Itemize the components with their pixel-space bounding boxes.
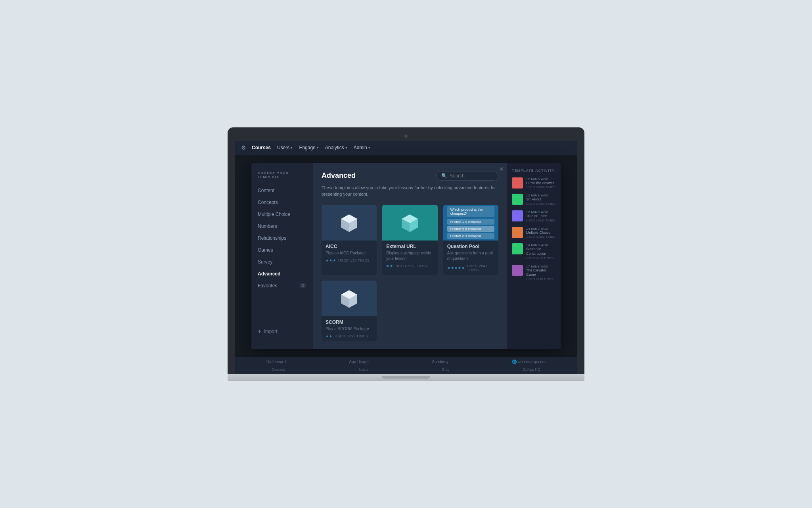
activity-time-1: 12 MINS AGO (526, 177, 556, 181)
screen: ⚙ Courses Users ▾ Engage ▾ Analytics ▾ (235, 141, 577, 374)
template-title: Advanced (322, 171, 356, 180)
uses-scorm: USED 3251 TIMES (335, 334, 368, 338)
activity-time-6: 17 MINS AGO (526, 265, 556, 268)
card-body-scorm: SCORM Play a SCORM Package ★★ USED 3251 … (322, 316, 377, 341)
activity-uses-5: USED 4713 TIMES (526, 256, 556, 260)
template-card-external-url[interactable]: External URL Display a webpage within yo… (382, 205, 437, 275)
card-thumb-external-url (382, 205, 437, 241)
nav-analytics[interactable]: Analytics ▾ (325, 145, 347, 150)
uses-question-pool: USED 2847 TIMES (467, 264, 494, 272)
activity-item-4: 14 MINS AGO Multiple Choice USED 32381 T… (512, 227, 556, 239)
sidebar-item-games[interactable]: Games (251, 244, 313, 256)
activity-time-3: 12 MINS AGO (526, 210, 556, 214)
template-card-question-pool[interactable]: Which product is the cheapest? Product 1… (443, 205, 498, 275)
bottom-academy: Academy (432, 360, 448, 364)
activity-uses-1: USED 21868 TIMES (526, 185, 556, 189)
card-desc-question-pool: Ask questions from a pool of questions (447, 250, 494, 262)
sidebar-item-numbers[interactable]: Numbers (251, 220, 313, 232)
sidebar-item-multiple-choice[interactable]: Multiple Choice (251, 208, 313, 220)
template-grid: AICC Play an AICC Package ★★★ USED 130 T… (322, 205, 498, 341)
nav-users[interactable]: Users ▾ (277, 145, 293, 150)
stars-question-pool: ★★★★★ (447, 266, 465, 270)
main-area: CHOOSE YOUR TEMPLATE Content Concepts Mu… (235, 155, 577, 374)
activity-thumb-2 (512, 194, 523, 205)
chevron-icon: ▾ (317, 146, 319, 150)
card-body-external-url: External URL Display a webpage within yo… (382, 241, 437, 271)
dialog-overlay: CHOOSE YOUR TEMPLATE Content Concepts Mu… (235, 155, 577, 357)
activity-uses-2: USED 27950 TIMES (526, 202, 556, 206)
nav-engage[interactable]: Engage ▾ (299, 145, 318, 150)
card-thumb-aicc (322, 205, 377, 241)
stars-scorm: ★★ (326, 334, 332, 338)
card-desc-scorm: Play a SCORM Package (326, 326, 373, 332)
activity-name-3: True or False (526, 214, 556, 219)
card-thumb-question-pool: Which product is the cheapest? Product 1… (443, 205, 498, 241)
card-desc-aicc: Play an AICC Package (326, 250, 373, 256)
template-card-scorm[interactable]: SCORM Play a SCORM Package ★★ USED 3251 … (322, 281, 377, 341)
close-button[interactable]: ✕ (499, 166, 504, 172)
bottom-blog: Blog (442, 368, 449, 371)
nav-courses[interactable]: Courses (252, 145, 271, 150)
card-desc-external-url: Display a webpage within your lesson (386, 250, 433, 262)
bottom-app-usage: App Usage (349, 360, 368, 364)
favorites-count: 0 (299, 283, 306, 288)
card-name-external-url: External URL (386, 244, 433, 249)
template-sidebar: CHOOSE YOUR TEMPLATE Content Concepts Mu… (251, 163, 313, 349)
card-name-scorm: SCORM (326, 319, 373, 325)
stars-aicc: ★★★ (326, 258, 336, 262)
import-button[interactable]: + Import (251, 321, 313, 341)
activity-thumb-6 (512, 265, 523, 276)
activity-item-5: 14 MINS AGO Sentence Construction USED 4… (512, 243, 556, 260)
bottom-edapphq: EdApp HQ (523, 368, 540, 371)
sidebar-item-relationships[interactable]: Relationships (251, 232, 313, 244)
search-icon: 🔍 (441, 173, 447, 179)
activity-item-1: 12 MINS AGO Circle the Answer USED 21868… (512, 177, 556, 189)
activity-info-5: 14 MINS AGO Sentence Construction USED 4… (526, 243, 556, 260)
template-header: Advanced 🔍 (322, 171, 498, 181)
activity-item-3: 12 MINS AGO True or False USED 19691 TIM… (512, 210, 556, 222)
gear-icon[interactable]: ⚙ (241, 144, 246, 151)
search-box[interactable]: 🔍 (436, 171, 498, 181)
activity-time-5: 14 MINS AGO (526, 243, 556, 247)
bottom-second-row: Courses Users Blog EdApp HQ (235, 366, 577, 374)
nav-admin[interactable]: Admin ▾ (354, 145, 370, 150)
favorites-label: Favorites (258, 283, 277, 289)
card-thumb-scorm (322, 281, 377, 316)
activity-info-2: 12 MINS AGO Strike-out USED 27950 TIMES (526, 194, 556, 206)
activity-time-2: 12 MINS AGO (526, 194, 556, 197)
activity-uses-6: USED 2130 TIMES (526, 277, 556, 281)
activity-uses-4: USED 32381 TIMES (526, 235, 556, 239)
sidebar-item-concepts[interactable]: Concepts (251, 196, 313, 208)
cube-icon (338, 287, 360, 309)
activity-uses-3: USED 19691 TIMES (526, 219, 556, 222)
bottom-bar: Dashboard App Usage Academy 🌐 web.edapp.… (235, 357, 577, 366)
activity-info-3: 12 MINS AGO True or False USED 19691 TIM… (526, 210, 556, 222)
card-body-question-pool: Question Pool Ask questions from a pool … (443, 241, 498, 275)
stars-external-url: ★★ (386, 264, 393, 268)
chevron-icon: ▾ (291, 146, 293, 150)
template-card-aicc[interactable]: AICC Play an AICC Package ★★★ USED 130 T… (322, 205, 377, 275)
activity-name-2: Strike-out (526, 197, 556, 202)
search-input[interactable] (450, 173, 493, 179)
sidebar-item-advanced[interactable]: Advanced (251, 268, 313, 280)
activity-name-4: Multiple Choice (526, 231, 556, 235)
bottom-courses: Courses (272, 368, 285, 371)
laptop-shell: ⚙ Courses Users ▾ Engage ▾ Analytics ▾ (228, 127, 584, 381)
plus-icon: + (258, 328, 261, 335)
sidebar-header: CHOOSE YOUR TEMPLATE (251, 171, 313, 185)
uses-aicc: USED 130 TIMES (338, 258, 370, 262)
laptop-notch (382, 376, 430, 379)
activity-thumb-5 (512, 243, 523, 254)
card-meta-question-pool: ★★★★★ USED 2847 TIMES (447, 264, 494, 272)
template-description: These templates allow you to take your l… (322, 185, 498, 198)
sidebar-item-survey[interactable]: Survey (251, 256, 313, 268)
activity-panel: TEMPLATE ACTIVITY 12 MINS AGO Circle the… (507, 163, 561, 349)
sidebar-item-favorites[interactable]: Favorites 0 (251, 280, 313, 292)
sidebar-item-content[interactable]: Content (251, 185, 313, 196)
activity-info-1: 12 MINS AGO Circle the Answer USED 21868… (526, 177, 556, 189)
activity-thumb-1 (512, 177, 523, 189)
screen-bezel: ⚙ Courses Users ▾ Engage ▾ Analytics ▾ (228, 127, 584, 374)
card-meta-external-url: ★★ USED 385 TIMES (386, 264, 433, 268)
card-name-question-pool: Question Pool (447, 244, 494, 249)
activity-thumb-4 (512, 227, 523, 238)
